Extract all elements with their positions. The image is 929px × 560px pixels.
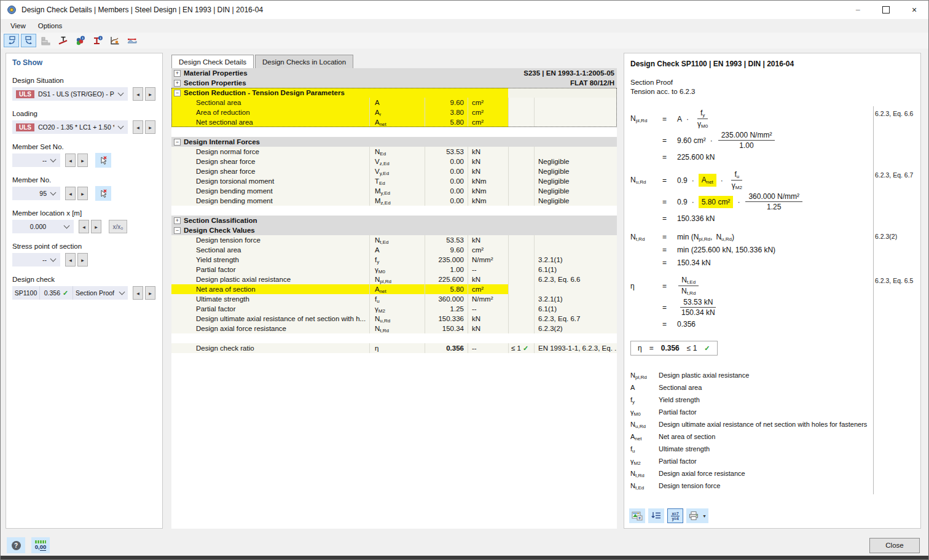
table-row[interactable]: Sectional areaA9.60cm²	[171, 245, 617, 255]
detail-settings-button[interactable]	[648, 508, 664, 523]
table-row[interactable]: Design shear forceVz,Ed0.00kNNegligible	[171, 157, 617, 166]
table-row[interactable]: Design plastic axial resistanceNpl,Rd225…	[171, 274, 617, 284]
table-row[interactable]: Net area of sectionAnet5.80cm²	[171, 284, 617, 294]
table-row[interactable]: Sectional areaA9.60cm²	[171, 98, 617, 107]
section-info-button[interactable]: i	[90, 34, 105, 47]
stress-point-next-button[interactable]: ▶	[77, 253, 88, 266]
formula-text: min (	[677, 233, 694, 241]
relative-location-button[interactable]: x/x₀	[109, 220, 127, 233]
member-set-pick-button[interactable]	[95, 153, 111, 168]
table-row[interactable]: Partial factorγM01.00--6.1(1)	[171, 265, 617, 274]
symbol: γM0	[630, 408, 641, 416]
design-situation-next-button[interactable]: ▶	[145, 87, 155, 101]
expand-toggle-icon[interactable]: −	[174, 227, 181, 234]
member-no-prev-button[interactable]: ◀	[65, 187, 76, 200]
table-row[interactable]: Design torsional momentTEd0.00kNmNegligi…	[171, 176, 617, 186]
member-location-select[interactable]: 0.000	[12, 220, 74, 233]
expand-toggle-icon[interactable]: −	[174, 90, 181, 96]
member-diagram-button[interactable]	[124, 34, 139, 47]
print-button[interactable]: ▼	[686, 508, 708, 523]
design-situation-label: Design Situation	[12, 77, 156, 84]
table-row[interactable]: Net sectional areaAnet5.80cm²	[171, 117, 617, 127]
formula-line: Nu,Rd=0.9·Anet·fuγM2	[630, 170, 869, 190]
material-info-button[interactable]: i	[73, 34, 88, 47]
loading-prev-button[interactable]: ◀	[133, 120, 143, 134]
member-no-pick-button[interactable]	[95, 186, 111, 201]
table-row[interactable]: Design tension forceNt,Ed53.53kN	[171, 235, 617, 245]
design-check-ratio[interactable]: 0.356 ✓	[39, 286, 73, 300]
member-location-next-button[interactable]: ▶	[91, 220, 101, 233]
table-row[interactable]: Area of reductionAr3.80cm²	[171, 107, 617, 117]
formula-rhs: 0.9·5.80 cm²·360.000 N/mm²1.25	[677, 192, 804, 211]
table-section-header[interactable]: +Section Classification	[171, 216, 617, 225]
tab-design-checks-in-location[interactable]: Design Checks in Location	[255, 55, 353, 68]
table-section-header[interactable]: −Design Check Values	[171, 225, 617, 235]
table-section-header[interactable]: −Design Internal Forces	[171, 137, 617, 147]
table-row[interactable]: Design bending momentMz,Ed0.00kNmNegligi…	[171, 196, 617, 206]
menu-view[interactable]: View	[4, 20, 32, 31]
fraction-numerator: 53.53 kN	[680, 298, 716, 308]
table-row[interactable]: Partial factorγM21.25--6.1(1)	[171, 304, 617, 314]
symbol: NEd	[375, 148, 386, 155]
expand-toggle-icon[interactable]: −	[174, 139, 181, 146]
design-situation-select[interactable]: ULS DS1 - ULS (STR/GEO) - Perm...	[12, 87, 128, 101]
stress-point-button[interactable]	[55, 34, 71, 47]
design-check-proof-select[interactable]: Section Proof ...	[73, 286, 128, 300]
member-location-prev-button[interactable]: ◀	[79, 220, 89, 233]
table-row[interactable]: Design normal forceNEd53.53kN	[171, 147, 617, 157]
table-row[interactable]: Design ultimate axial resistance of net …	[171, 314, 617, 324]
arrow-left-icon: ◀	[82, 225, 85, 229]
member-set-select[interactable]: --	[12, 154, 60, 167]
table-section-header[interactable]: −Section Reduction - Tension Design Para…	[171, 88, 617, 98]
expand-toggle-icon[interactable]: +	[174, 217, 181, 224]
formula-text: 0.356	[677, 320, 696, 329]
table-row[interactable]: Design axial force resistanceNt,Rd150.34…	[171, 324, 617, 333]
decimal-places-button[interactable]: 0,00	[31, 537, 50, 553]
close-button[interactable]: Close	[869, 538, 920, 553]
table-section-header[interactable]: +Material PropertiesS235 | EN 1993-1-1:2…	[171, 68, 617, 78]
loading-select[interactable]: ULS CO20 - 1.35 * LC1 + 1.50 * LC...	[12, 120, 128, 134]
help-button[interactable]: ?	[7, 537, 25, 553]
design-check-prev-button[interactable]: ◀	[133, 286, 143, 300]
expand-toggle-icon[interactable]: +	[174, 80, 181, 87]
table-row[interactable]: Yield strengthfy235.000N/mm²3.2.1(1)	[171, 255, 617, 265]
design-situation-prev-button[interactable]: ◀	[133, 87, 143, 101]
group-design-check: Design check SP1100 0.356 ✓ Section Proo…	[12, 276, 156, 300]
table-row[interactable]: Design check ratioη0.356--≤ 1 ✓EN 1993-1…	[171, 343, 617, 353]
cell-symbol: fy	[369, 255, 425, 265]
member-set-next-button[interactable]: ▶	[77, 154, 88, 167]
cell-value: 5.80	[425, 117, 468, 127]
close-window-button[interactable]: ×	[900, 1, 928, 19]
cell-check	[508, 107, 534, 117]
expand-toggle-icon[interactable]: +	[174, 70, 181, 77]
jump-to-location-button[interactable]	[21, 34, 36, 47]
table-row[interactable]: Design shear forceVy,Ed0.00kNNegligible	[171, 166, 617, 176]
minimize-button[interactable]: −	[844, 1, 872, 19]
table-section-header[interactable]: +Section PropertiesFLAT 80/12/H	[171, 78, 617, 88]
member-set-prev-button[interactable]: ◀	[65, 154, 76, 167]
jump-to-member-button[interactable]	[4, 34, 19, 47]
formula-text: 150.34 kN	[677, 259, 711, 267]
symbol-subscript: u	[737, 174, 739, 179]
arrow-left-icon: ◀	[136, 92, 139, 96]
values-display-button[interactable]: x=7y=4	[667, 508, 683, 523]
stress-diagram-button[interactable]	[107, 34, 122, 47]
table-row[interactable]: Ultimate strengthfu360.000N/mm²3.2.1(1)	[171, 294, 617, 304]
menu-options[interactable]: Options	[32, 20, 69, 31]
cell-check	[508, 245, 534, 255]
stress-point-prev-button[interactable]: ◀	[65, 253, 76, 266]
loading-next-button[interactable]: ▶	[145, 120, 155, 134]
member-no-next-button[interactable]: ▶	[77, 187, 88, 200]
export-graphic-button[interactable]	[629, 508, 645, 523]
maximize-button[interactable]	[872, 1, 900, 19]
result-diagram-button[interactable]	[38, 34, 53, 47]
member-no-select[interactable]: 95	[12, 187, 60, 200]
design-check-code[interactable]: SP1100	[12, 286, 39, 300]
tab-design-check-details[interactable]: Design Check Details	[171, 55, 254, 68]
design-check-next-button[interactable]: ▶	[145, 286, 155, 300]
cell-check	[508, 294, 534, 304]
formula-text: 0.9	[677, 198, 688, 206]
decimal-places-icon: 0,00	[35, 544, 47, 550]
table-row[interactable]: Design bending momentMy,Ed0.00kNmNegligi…	[171, 186, 617, 196]
stress-point-select[interactable]: --	[12, 253, 60, 266]
